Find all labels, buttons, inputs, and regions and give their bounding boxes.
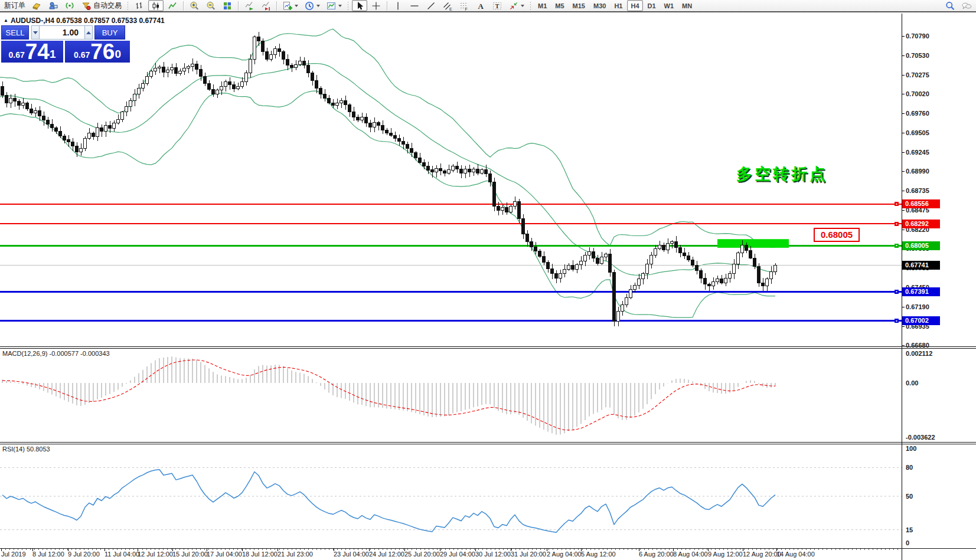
tf-w1-button[interactable]: W1 [661, 0, 678, 11]
mt4-window: { "toolbar": { "items": [ {"name":"new-o… [0, 0, 976, 560]
buy-button[interactable]: BUY [94, 25, 125, 40]
toolbar-separator [276, 1, 277, 11]
chat-button[interactable] [959, 0, 974, 11]
horizontal-line-button[interactable] [407, 0, 422, 11]
text-button[interactable]: A [473, 0, 488, 11]
hosting-icon[interactable] [45, 0, 61, 11]
cursor-icon [354, 1, 365, 11]
vertical-line-button[interactable] [390, 0, 406, 11]
macd-indicator-label: MACD(12,26,9) -0.000577 -0.000343 [2, 350, 110, 357]
sell-price-box[interactable]: 0.67 74 1 [1, 41, 63, 63]
bar-chart-icon [134, 1, 145, 11]
arrows-button[interactable] [506, 0, 527, 11]
auto-scroll-icon [244, 1, 254, 11]
tf-m1-button-label: M1 [538, 2, 547, 9]
cursor-button[interactable] [352, 0, 367, 11]
volume-up-button[interactable] [84, 25, 93, 40]
new-chart-icon [282, 1, 293, 11]
fibonacci-button[interactable]: F [456, 0, 472, 11]
equidistant-channel-button[interactable]: E [440, 0, 455, 11]
auto-scroll-button[interactable] [241, 0, 257, 11]
sell-price-base: 0.67 [9, 49, 25, 61]
sell-button[interactable]: SELL [1, 25, 29, 40]
text-label-button[interactable]: T [489, 0, 505, 11]
chevron-down-icon [295, 5, 298, 7]
new-chart-button[interactable] [280, 0, 301, 11]
signals-icon[interactable] [62, 0, 77, 11]
symbol-header: ▲AUDUSD-,H4 0.67538 0.67857 0.67533 0.67… [4, 17, 165, 25]
tile-windows-icon [222, 1, 233, 11]
sell-price-big: 74 [25, 43, 50, 61]
new-order-button[interactable]: 新订单 [2, 0, 28, 11]
rsi-indicator-label: RSI(14) 50.8053 [2, 446, 50, 453]
search-button[interactable] [942, 0, 958, 11]
svg-text:F: F [465, 7, 468, 11]
tf-m1-button[interactable]: M1 [534, 0, 550, 11]
gold-bar-icon [31, 1, 42, 11]
search-icon [945, 1, 955, 11]
toolbar-separator [183, 1, 184, 11]
volume-input[interactable]: 1.00 [40, 25, 84, 40]
bollinger-bands [0, 29, 775, 317]
buy-price-base: 0.67 [74, 49, 90, 61]
volume-down-button[interactable] [31, 25, 40, 40]
horizontal-line-icon [409, 1, 420, 11]
chart-annotation-text[interactable]: 多空转折点 [736, 163, 828, 185]
tf-m15-button[interactable]: M15 [569, 0, 589, 11]
tf-h1-button[interactable]: H1 [611, 0, 626, 11]
buy-price-box[interactable]: 0.67 76 0 [65, 41, 130, 63]
chevron-down-icon [316, 5, 320, 7]
bar-chart-button[interactable] [132, 0, 147, 11]
trendline-button[interactable] [423, 0, 439, 11]
highlight-rectangle[interactable] [717, 239, 789, 248]
tf-d1-button[interactable]: D1 [644, 0, 660, 11]
chart-shift-icon [260, 1, 271, 11]
tf-h4-button[interactable]: H4 [627, 0, 642, 11]
hosting-icon [48, 1, 58, 11]
tf-m15-button-label: M15 [573, 2, 585, 9]
macd-pane [2, 356, 775, 434]
gold-bar-icon[interactable] [29, 0, 44, 11]
tf-mn-button[interactable]: MN [678, 0, 696, 11]
zoom-out-icon [205, 1, 216, 11]
zoom-in-button[interactable] [187, 0, 202, 11]
price-callout-label[interactable]: 0.68005 [814, 228, 860, 242]
periods-button[interactable] [302, 0, 322, 11]
trendline-icon [426, 1, 436, 11]
templates-button[interactable] [324, 0, 344, 11]
tile-windows-button[interactable] [220, 0, 235, 11]
arrows-icon [508, 1, 519, 11]
collapse-icon[interactable]: ▲ [4, 18, 8, 23]
zoom-out-button[interactable] [203, 0, 218, 11]
zoom-in-icon [189, 1, 200, 11]
tf-m30-button[interactable]: M30 [590, 0, 609, 11]
chart-shift-button[interactable] [258, 0, 273, 11]
tf-d1-button-label: D1 [648, 2, 656, 9]
main-chart-canvas[interactable] [0, 0, 976, 560]
candlesticks [1, 32, 777, 326]
tf-h1-button-label: H1 [614, 2, 622, 9]
candlestick-chart-icon [151, 1, 161, 11]
horizontal-level-lines[interactable] [0, 202, 902, 323]
text-icon: A [475, 1, 486, 11]
toolbar-grip [347, 1, 349, 11]
tf-m5-button[interactable]: M5 [551, 0, 567, 11]
autotrading-button[interactable]: 自动交易 [79, 0, 124, 11]
autotrading-icon [81, 1, 92, 11]
chevron-down-icon [33, 31, 38, 34]
tf-m30-button-label: M30 [593, 2, 606, 9]
crosshair-button[interactable] [368, 0, 384, 11]
chevron-down-icon [338, 5, 342, 7]
tf-mn-button-label: MN [682, 2, 692, 9]
one-click-trading-panel: SELL 1.00 BUY 0.67 74 1 0.67 76 0 [1, 25, 130, 63]
svg-text:T: T [495, 3, 500, 9]
candlestick-chart-button[interactable] [148, 0, 164, 11]
tf-w1-button-label: W1 [664, 2, 674, 9]
chat-icon [961, 1, 972, 11]
toolbar-grip [530, 1, 531, 11]
svg-text:E: E [449, 6, 452, 11]
line-chart-button[interactable] [165, 0, 180, 11]
text-label-icon: T [492, 1, 502, 11]
svg-text:A: A [478, 2, 484, 11]
periods-icon [304, 1, 315, 11]
